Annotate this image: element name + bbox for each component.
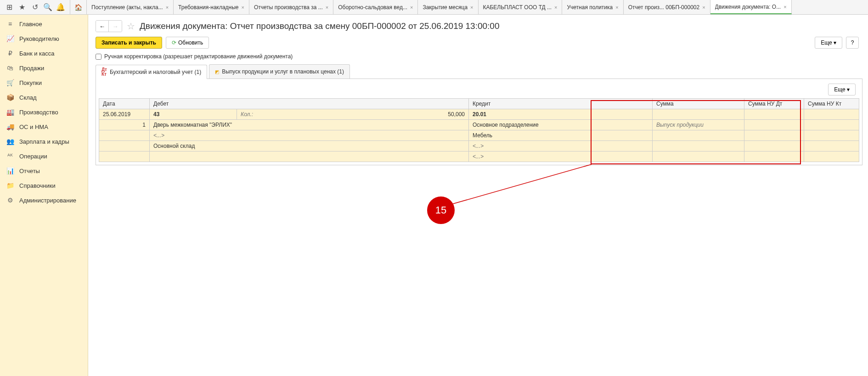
sidebar-item-label: Администрирование xyxy=(19,197,76,204)
sidebar-item-operations[interactable]: ᴬᴷОперации xyxy=(0,149,88,163)
sidebar-item-assets[interactable]: 🚚ОС и НМА xyxy=(0,119,88,134)
apps-icon[interactable]: ⊞ xyxy=(4,2,15,13)
tab-0[interactable]: Поступление (акты, накла...× xyxy=(87,0,174,14)
refresh-label: Обновить xyxy=(178,39,203,46)
subtab-output[interactable]: ◩ Выпуск продукции и услуг в плановых це… xyxy=(209,64,350,79)
accounting-grid: Дата Дебет Кредит Сумма Сумма НУ Дт Сумм… xyxy=(99,98,859,162)
cell-debit-empty: <...> xyxy=(150,130,469,141)
col-debit[interactable]: Дебет xyxy=(150,99,469,109)
sidebar-item-label: Склад xyxy=(19,94,37,101)
table-row[interactable]: 1 Дверь межкомнатная "ЭРЛИХ" Основное по… xyxy=(99,120,859,130)
cell-empty xyxy=(150,152,469,162)
tab-8[interactable]: Движения документа: О...× xyxy=(710,0,792,14)
svg-line-0 xyxy=(446,164,592,206)
tab-2[interactable]: Отчеты производства за ...× xyxy=(249,0,333,14)
close-icon[interactable]: × xyxy=(783,4,786,10)
kol-label: Кол.: xyxy=(241,111,253,118)
col-nu-dt[interactable]: Сумма НУ Дт xyxy=(744,99,804,109)
close-icon[interactable]: × xyxy=(166,5,169,10)
sidebar-item-label: Справочники xyxy=(19,182,56,189)
cell-sum-note: Выпуск продукции xyxy=(653,120,744,130)
col-nu-kt[interactable]: Сумма НУ Кт xyxy=(804,99,859,109)
tab-label: Движения документа: О... xyxy=(715,4,781,10)
sidebar-item-admin[interactable]: ⚙Администрирование xyxy=(0,193,88,208)
star-icon[interactable]: ★ xyxy=(17,2,28,13)
cell-nudt xyxy=(744,109,804,120)
cell-debit-item: Дверь межкомнатная "ЭРЛИХ" xyxy=(150,120,469,130)
tab-3[interactable]: Оборотно-сальдовая вед...× xyxy=(333,0,418,14)
sidebar-item-bank[interactable]: ₽Банк и касса xyxy=(0,46,88,61)
tab-5[interactable]: КАБЕЛЬПЛАСТ ООО ТД ...× xyxy=(479,0,563,14)
sidebar-item-purchases[interactable]: 🛒Покупки xyxy=(0,75,88,90)
reload-icon: ⟳ xyxy=(172,39,176,46)
factory-icon: 🏭 xyxy=(6,108,15,116)
more-label: Еще xyxy=(834,86,845,93)
cell-nudt xyxy=(744,130,804,141)
sidebar-item-warehouse[interactable]: 📦Склад xyxy=(0,90,88,105)
close-icon[interactable]: × xyxy=(702,5,705,10)
cell-credit-dep: Основное подразделение xyxy=(469,120,653,130)
people-icon: 👥 xyxy=(6,138,15,145)
col-sum[interactable]: Сумма xyxy=(653,99,744,109)
home-tab[interactable]: 🏠 xyxy=(70,0,87,14)
search-icon[interactable]: 🔍 xyxy=(42,2,53,13)
cell-nukt xyxy=(804,109,859,120)
tab-label: Закрытие месяца xyxy=(423,4,468,11)
close-icon[interactable]: × xyxy=(326,5,328,10)
bell-icon[interactable]: 🔔 xyxy=(55,2,66,13)
close-icon[interactable]: × xyxy=(470,5,473,10)
tabs-bar: 🏠 Поступление (акты, накла...× Требовани… xyxy=(70,0,792,14)
close-icon[interactable]: × xyxy=(410,5,413,10)
sidebar-item-main[interactable]: ≡Главное xyxy=(0,17,88,31)
close-icon[interactable]: × xyxy=(554,5,557,10)
tab-label: Поступление (акты, накла... xyxy=(91,4,163,11)
close-icon[interactable]: × xyxy=(615,5,618,10)
sidebar-item-label: Продажи xyxy=(19,65,44,72)
folder-icon: 📁 xyxy=(6,182,15,189)
tab-7[interactable]: Отчет произ... 00БП-000002× xyxy=(624,0,710,14)
cell-sum xyxy=(653,152,744,162)
back-button[interactable]: ← xyxy=(96,21,109,32)
sidebar-item-label: Главное xyxy=(19,21,42,28)
table-row[interactable]: Основной склад <...> xyxy=(99,141,859,152)
forward-button[interactable]: → xyxy=(109,21,122,32)
manual-edit-checkbox[interactable] xyxy=(96,54,101,60)
sidebar-item-manager[interactable]: 📈Руководителю xyxy=(0,31,88,46)
output-icon: ◩ xyxy=(215,69,219,74)
subtab-accounting[interactable]: ДтКт Бухгалтерский и налоговый учет (1) xyxy=(96,65,207,79)
cell-nudt xyxy=(744,120,804,130)
table-more-button[interactable]: Еще ▾ xyxy=(828,84,856,95)
tab-1[interactable]: Требования-накладные× xyxy=(174,0,249,14)
favorite-star-icon[interactable]: ☆ xyxy=(127,21,135,32)
cell-credit-empty: <...> xyxy=(469,152,653,162)
tab-label: Отчеты производства за ... xyxy=(254,4,323,11)
manual-edit-row: Ручная корректировка (разрешает редактир… xyxy=(96,53,862,60)
cell-nudt xyxy=(744,141,804,152)
toolbar-icons-left: ⊞ ★ ↺ 🔍 🔔 xyxy=(0,0,70,14)
sidebar-item-production[interactable]: 🏭Производство xyxy=(0,105,88,119)
sidebar-item-sales[interactable]: 🛍Продажи xyxy=(0,61,88,75)
table-row[interactable]: 25.06.2019 43 Кол.:50,000 20.01 xyxy=(99,109,859,120)
sidebar-item-catalogs[interactable]: 📁Справочники xyxy=(0,178,88,193)
sidebar-item-label: Операции xyxy=(19,153,47,160)
tab-6[interactable]: Учетная политика× xyxy=(562,0,623,14)
tab-4[interactable]: Закрытие месяца× xyxy=(418,0,478,14)
refresh-button[interactable]: ⟳Обновить xyxy=(166,37,209,49)
annotation-callout: 15 xyxy=(427,196,455,224)
cell-num: 1 xyxy=(99,120,150,130)
history-icon[interactable]: ↺ xyxy=(29,2,40,13)
sidebar-item-salary[interactable]: 👥Зарплата и кадры xyxy=(0,134,88,149)
sidebar-item-label: ОС и НМА xyxy=(19,123,48,130)
sidebar-item-reports[interactable]: 📊Отчеты xyxy=(0,163,88,178)
content-area: ← → ☆ Движения документа: Отчет производ… xyxy=(88,15,868,376)
table-row[interactable]: <...> Мебель xyxy=(99,130,859,141)
close-icon[interactable]: × xyxy=(242,5,244,10)
col-credit[interactable]: Кредит xyxy=(469,99,653,109)
cell-debit-wh: Основной склад xyxy=(150,141,469,152)
help-button[interactable]: ? xyxy=(846,37,859,49)
cell-sum xyxy=(653,141,744,152)
save-and-close-button[interactable]: Записать и закрыть xyxy=(96,37,162,49)
table-row[interactable]: <...> xyxy=(99,152,859,162)
col-date[interactable]: Дата xyxy=(99,99,150,109)
more-button[interactable]: Еще ▾ xyxy=(815,37,842,49)
